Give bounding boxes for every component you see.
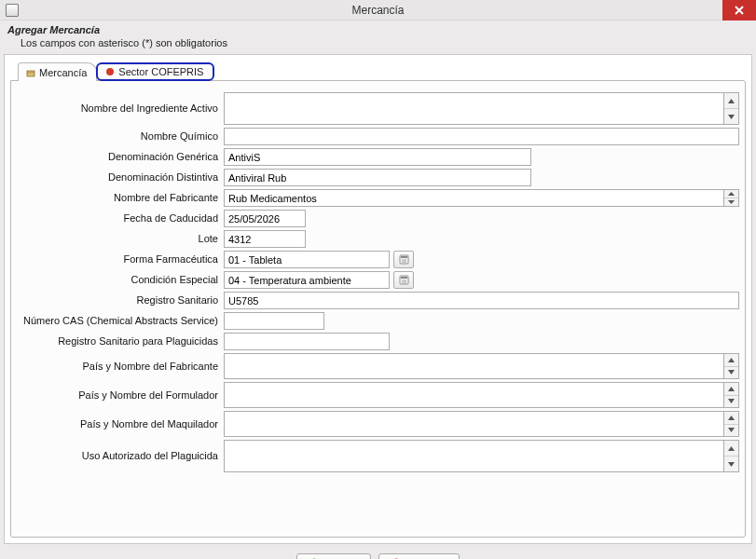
pais-maquilador-field[interactable] (224, 411, 739, 437)
condicion-especial-input[interactable] (224, 271, 390, 289)
lote-input[interactable] (224, 230, 306, 248)
pais-formulador-spinner (723, 383, 738, 407)
svg-marker-20 (728, 399, 735, 403)
uso-autorizado-spinner (723, 441, 738, 471)
svg-marker-5 (728, 99, 735, 103)
spinner-down-button[interactable] (724, 396, 738, 408)
svg-marker-19 (728, 387, 735, 391)
label-pais-fabricante: País y Nombre del Fabricante (17, 353, 224, 379)
ingrediente-activo-field[interactable] (224, 92, 739, 125)
registro-plaguicidas-input[interactable] (224, 333, 390, 350)
box-icon (26, 68, 35, 77)
spinner-down-button[interactable] (724, 367, 738, 379)
label-forma-farmaceutica: Forma Farmacéutica (17, 251, 224, 268)
condicion-especial-picker-button[interactable] (393, 271, 414, 289)
spinner-down-button[interactable] (724, 425, 738, 437)
tab-cofepris-label: Sector COFEPRIS (118, 66, 203, 77)
svg-marker-23 (728, 446, 735, 451)
svg-marker-22 (728, 428, 735, 432)
svg-rect-10 (401, 256, 407, 258)
lookup-icon (399, 275, 409, 285)
tab-content: Nombre del Ingrediente Activo Nombre Quí… (10, 80, 746, 538)
label-registro-plaguicidas: Registro Sanitario para Plaguicidas (17, 333, 224, 350)
label-registro-sanitario: Registro Sanitario (17, 292, 224, 309)
cofepris-icon (105, 67, 115, 76)
nombre-quimico-input[interactable] (224, 128, 739, 145)
accept-button[interactable]: Aceptar (296, 553, 372, 559)
stepper-up-button[interactable] (724, 190, 738, 198)
label-numero-cas: Número CAS (Chemical Abstracts Service) (17, 312, 224, 330)
label-pais-maquilador: País y Nombre del Maquilador (17, 411, 224, 437)
svg-rect-14 (401, 277, 407, 279)
uso-autorizado-field[interactable] (224, 440, 739, 472)
label-condicion-especial: Condición Especial (17, 271, 224, 289)
label-uso-autorizado: Uso Autorizado del Plaguicida (17, 440, 224, 472)
forma-farmaceutica-picker-button[interactable] (393, 251, 414, 268)
fecha-caducidad-input[interactable] (224, 210, 306, 227)
close-button[interactable] (722, 0, 756, 20)
tab-mercancia-label: Mercancía (39, 67, 87, 78)
svg-marker-17 (728, 358, 735, 362)
pais-fabricante-spinner (723, 354, 738, 378)
label-lote: Lote (17, 230, 224, 248)
window-title: Mercancía (0, 4, 756, 17)
spinner-up-button[interactable] (724, 412, 738, 425)
lookup-icon (399, 254, 409, 265)
label-fecha-caducidad: Fecha de Caducidad (17, 210, 224, 227)
footer: Aceptar Cancelar (0, 548, 756, 559)
label-ingrediente-activo: Nombre del Ingrediente Activo (17, 92, 224, 125)
tab-mercancia[interactable]: Mercancía (18, 62, 97, 81)
header-subtitle: Los campos con asterisco (*) son obligat… (21, 37, 749, 48)
main-panel: Mercancía Sector COFEPRIS Nombre del Ing… (4, 54, 752, 544)
label-pais-formulador: País y Nombre del Formulador (17, 382, 224, 408)
label-denominacion-generica: Denominación Genérica (17, 148, 224, 166)
svg-marker-18 (728, 370, 735, 375)
tab-sector-cofepris[interactable]: Sector COFEPRIS (96, 62, 214, 81)
spinner-up-button[interactable] (724, 383, 738, 396)
nombre-fabricante-stepper (724, 189, 739, 207)
spinner-down-button[interactable] (724, 457, 738, 471)
svg-rect-2 (27, 71, 34, 76)
stepper-down-button[interactable] (724, 198, 738, 206)
forma-farmaceutica-input[interactable] (224, 251, 390, 268)
svg-marker-21 (728, 416, 735, 420)
svg-point-4 (106, 68, 114, 75)
header-panel: Agregar Mercancía Los campos con asteris… (0, 20, 756, 54)
spinner-up-button[interactable] (724, 441, 738, 457)
nombre-fabricante-input[interactable] (224, 189, 724, 207)
tabs-row: Mercancía Sector COFEPRIS (10, 61, 746, 81)
pais-maquilador-spinner (723, 412, 738, 436)
pais-fabricante-field[interactable] (224, 353, 739, 379)
numero-cas-input[interactable] (224, 312, 324, 330)
title-bar: Mercancía (0, 0, 756, 20)
svg-marker-6 (728, 115, 735, 119)
svg-marker-8 (728, 200, 735, 204)
label-nombre-fabricante: Nombre del Fabricante (17, 189, 224, 207)
spinner-down-button[interactable] (724, 109, 738, 124)
pais-formulador-field[interactable] (224, 382, 739, 408)
form: Nombre del Ingrediente Activo Nombre Quí… (17, 92, 739, 475)
close-icon (735, 6, 744, 15)
label-nombre-quimico: Nombre Químico (17, 128, 224, 145)
svg-marker-7 (728, 192, 735, 196)
svg-marker-24 (728, 462, 735, 467)
label-denominacion-distintiva: Denominación Distintiva (17, 169, 224, 186)
header-title: Agregar Mercancía (7, 24, 749, 35)
registro-sanitario-input[interactable] (224, 292, 739, 309)
denominacion-distintiva-input[interactable] (224, 169, 531, 186)
cancel-button[interactable]: Cancelar (378, 553, 460, 559)
ingrediente-activo-spinner (723, 93, 738, 124)
denominacion-generica-input[interactable] (224, 148, 531, 166)
spinner-up-button[interactable] (724, 93, 738, 109)
spinner-up-button[interactable] (724, 354, 738, 367)
